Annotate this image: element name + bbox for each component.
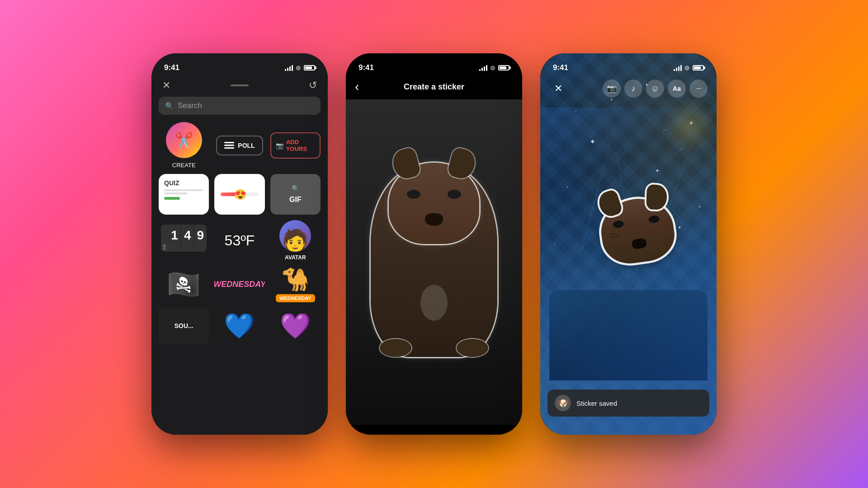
wednesday-pink-label: WEDNESDAY: [214, 280, 264, 289]
dog-sticker[interactable]: [597, 193, 689, 280]
create-label: CREATE: [172, 162, 196, 169]
phone3: ✦ ✦ ✦ 9:41 ⊜: [540, 53, 717, 435]
sticker-create[interactable]: ✂️ CREATE: [159, 122, 209, 169]
create-icon: ✂️: [166, 122, 202, 158]
sticker-quiz[interactable]: QUIZ: [159, 174, 209, 215]
quiz-label: QUIZ: [164, 179, 203, 187]
poll-label: POLL: [238, 142, 255, 149]
sound-label: SOU...: [175, 322, 193, 329]
page-title: Create a sticker: [373, 82, 495, 92]
sticker-weather[interactable]: 53ºF: [214, 220, 264, 261]
battery-icon: [304, 65, 315, 70]
camera-icon: 📷: [276, 142, 283, 149]
search-icon: 🔍: [165, 102, 174, 110]
sticker-grid: ✂️ CREATE POLL: [151, 122, 328, 344]
sticker-slider[interactable]: 😍: [214, 174, 264, 215]
wifi-icon: ⊜: [490, 64, 495, 71]
sticker-avatar[interactable]: 🧑 AVATAR: [270, 220, 321, 261]
close-button[interactable]: ✕: [549, 80, 567, 98]
toast-dog-icon: 🐶: [557, 398, 569, 408]
phone1: 9:41 ⊜: [151, 53, 328, 435]
avatar-label: AVATAR: [285, 254, 306, 261]
countdown-digit-2: 4: [181, 225, 194, 252]
phones-container: 9:41 ⊜: [151, 53, 717, 435]
toolbar-actions: 📷 ♪ ☺ Aa ···: [603, 80, 708, 98]
search-bar[interactable]: 🔍 Search: [159, 97, 321, 115]
toast-message: Sticker saved: [576, 399, 617, 407]
sticker-poll[interactable]: POLL: [214, 122, 264, 169]
back-button[interactable]: ‹: [355, 80, 373, 94]
signal-icon: [479, 65, 487, 71]
addyours-label: ADD YOURS: [286, 139, 315, 152]
close-icon[interactable]: ✕: [162, 80, 170, 91]
wifi-icon: ⊜: [684, 64, 690, 71]
phone3-time: 9:41: [553, 63, 568, 72]
phone2: 9:41 ⊜: [346, 53, 522, 435]
toast-avatar: 🐶: [555, 395, 571, 411]
phone1-time: 9:41: [164, 63, 179, 72]
music-button[interactable]: ♪: [624, 80, 642, 98]
sticker-pirate[interactable]: 🏴‍☠️: [159, 266, 209, 302]
phone2-header: ‹ Create a sticker: [346, 76, 522, 99]
sticker-saved-toast: 🐶 Sticker saved: [547, 389, 709, 417]
countdown-digit-3: 9: [194, 225, 207, 252]
wifi-icon: ⊜: [296, 64, 301, 71]
dog-photo: [346, 99, 522, 425]
poll-icon: [224, 142, 234, 149]
music-icon: ♪: [632, 84, 636, 94]
weather-label: 53ºF: [225, 232, 255, 249]
face-button[interactable]: ☺: [646, 80, 664, 98]
sticker-addyours[interactable]: 📷 ADD YOURS: [270, 122, 321, 169]
face-icon: ☺: [651, 84, 659, 94]
search-placeholder: Search: [178, 101, 202, 110]
camera-button[interactable]: 📷: [603, 80, 621, 98]
sticker-heart-blue[interactable]: 💙: [214, 308, 264, 344]
phone2-status-bar: 9:41 ⊜: [346, 53, 522, 76]
more-icon: ···: [696, 84, 701, 93]
battery-icon: [498, 65, 509, 70]
drag-handle: [231, 84, 249, 86]
avatar-icon: 🧑: [279, 220, 311, 252]
battery-icon: [693, 65, 704, 70]
phone2-status-icons: ⊜: [479, 64, 509, 71]
signal-icon: [285, 65, 293, 71]
gif-label: GIF: [289, 196, 302, 204]
more-button[interactable]: ···: [689, 80, 708, 98]
signal-icon: [674, 65, 682, 71]
phone1-status-icons: ⊜: [285, 64, 315, 71]
rotate-icon[interactable]: ↺: [309, 80, 317, 91]
sticker-countdown[interactable]: PR 1 4 9: [159, 220, 209, 256]
text-button[interactable]: Aa: [668, 80, 686, 98]
sticker-heart-purple[interactable]: 💜: [270, 308, 321, 344]
countdown-digit-1: 1: [168, 225, 181, 252]
sticker-sound[interactable]: SOU...: [159, 308, 209, 344]
phone3-status-bar: 9:41 ⊜: [540, 53, 717, 76]
sticker-gif[interactable]: 🔍 GIF: [270, 174, 321, 215]
phone1-top-bar: ✕ ↺: [151, 76, 328, 97]
text-icon: Aa: [673, 85, 681, 92]
camel-icon: 🐪: [281, 266, 309, 292]
phone2-time: 9:41: [359, 63, 374, 72]
phone3-status-icons: ⊜: [674, 64, 704, 71]
phone3-toolbar: ✕ 📷 ♪ ☺ Aa: [540, 76, 717, 103]
sticker-wednesday-pink[interactable]: WEDNESDAY: [214, 266, 264, 302]
wednesday-orange-label: WEDNESDAY: [276, 294, 315, 302]
phone1-status-bar: 9:41 ⊜: [151, 53, 328, 76]
camera-icon: 📷: [607, 84, 617, 94]
sticker-camel[interactable]: 🐪 WEDNESDAY: [270, 266, 321, 302]
